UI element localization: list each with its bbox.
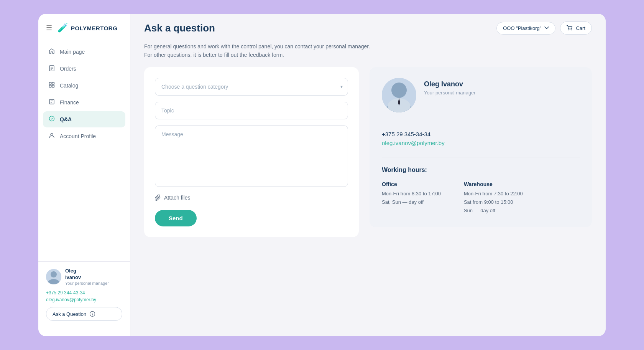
right-panel: Oleg Ivanov Your personal manager +375 2… xyxy=(370,67,592,237)
cart-button[interactable]: Cart xyxy=(560,21,592,35)
description-text: For general questions and work with the … xyxy=(130,42,391,67)
app-wrapper: ☰ 🧪 POLYMERTORG Main page xyxy=(38,14,606,336)
sidebar-logo: ☰ 🧪 POLYMERTORG xyxy=(38,23,130,44)
ask-question-button[interactable]: Ask a Question ? xyxy=(46,307,122,321)
orders-icon xyxy=(48,65,55,73)
svg-rect-4 xyxy=(49,83,52,85)
catalog-icon xyxy=(48,82,55,89)
office-hours: Office Mon-Fri from 8:30 to 17:00 Sat, S… xyxy=(382,181,441,215)
message-textarea[interactable] xyxy=(155,125,348,187)
svg-point-22 xyxy=(391,83,407,98)
attach-files-label: Attach files xyxy=(164,195,190,201)
office-line2: Sat, Sun — day off xyxy=(382,199,424,205)
page-header: Ask a question OOO "Plastikorg" xyxy=(130,14,606,42)
manager-info-main: Oleg Ivanov Your personal manager xyxy=(424,78,476,96)
company-label: OOO "Plastikorg" xyxy=(503,25,541,31)
question-circle-icon: ? xyxy=(89,311,95,317)
paperclip-icon xyxy=(155,195,161,201)
topic-input[interactable] xyxy=(155,102,348,119)
working-hours-title: Working hours: xyxy=(382,167,580,173)
svg-text:?: ? xyxy=(92,313,94,316)
sidebar: ☰ 🧪 POLYMERTORG Main page xyxy=(38,14,130,336)
warehouse-line2: Sat from 9:00 to 15:00 xyxy=(464,199,513,205)
cart-icon xyxy=(567,25,573,31)
sidebar-item-qa[interactable]: ? Q&A xyxy=(43,111,125,127)
account-icon xyxy=(48,132,55,140)
svg-text:?: ? xyxy=(51,117,53,121)
working-hours-section: Working hours: Office Mon-Fri from 8:30 … xyxy=(370,157,592,227)
svg-point-13 xyxy=(51,134,53,136)
office-label: Office xyxy=(382,181,441,187)
logo-icon: 🧪 xyxy=(58,23,68,33)
svg-rect-5 xyxy=(52,83,54,85)
svg-rect-8 xyxy=(49,99,54,104)
ask-question-label: Ask a Question xyxy=(53,311,86,317)
hamburger-icon[interactable]: ☰ xyxy=(46,24,52,32)
sidebar-item-label: Main page xyxy=(60,49,85,55)
sidebar-item-finance[interactable]: Finance xyxy=(43,94,125,111)
attach-files-button[interactable]: Attach files xyxy=(155,195,190,201)
category-select-wrapper: Choose a question category ▾ xyxy=(155,78,348,96)
header-actions: OOO "Plastikorg" Cart xyxy=(496,21,592,35)
svg-point-19 xyxy=(568,30,569,30)
manager-info-sidebar: OlegIvanov Your personal manager xyxy=(65,268,109,286)
manager-role: Your personal manager xyxy=(65,281,109,286)
manager-email-sidebar: oleg.ivanov@polymer.by xyxy=(46,297,122,302)
warehouse-hours-text: Mon-Fri from 7:30 to 22:00 Sat from 9:00… xyxy=(464,190,523,215)
home-icon xyxy=(48,48,55,56)
manager-name: OlegIvanov xyxy=(65,268,109,281)
manager-phone: +375 29 345-34-34 xyxy=(382,131,580,137)
manager-avatar-small xyxy=(46,269,61,284)
warehouse-line3: Sun — day off xyxy=(464,208,495,213)
chevron-down-icon xyxy=(544,26,549,30)
office-hours-text: Mon-Fri from 8:30 to 17:00 Sat, Sun — da… xyxy=(382,190,441,206)
sidebar-nav: Main page Orders xyxy=(38,44,130,261)
office-line1: Mon-Fri from 8:30 to 17:00 xyxy=(382,191,441,196)
form-card: Choose a question category ▾ Attach file… xyxy=(144,67,359,237)
sidebar-item-main-page[interactable]: Main page xyxy=(43,44,125,60)
content-body: Choose a question category ▾ Attach file… xyxy=(130,67,606,251)
company-dropdown[interactable]: OOO "Plastikorg" xyxy=(496,22,555,35)
send-button[interactable]: Send xyxy=(155,210,197,226)
warehouse-label: Warehouse xyxy=(464,181,523,187)
qa-icon: ? xyxy=(48,116,55,123)
sidebar-item-account-profile[interactable]: Account Profile xyxy=(43,128,125,144)
manager-name-main: Oleg Ivanov xyxy=(424,80,476,88)
finance-icon xyxy=(48,99,55,106)
hours-grid: Office Mon-Fri from 8:30 to 17:00 Sat, S… xyxy=(382,181,580,215)
warehouse-line1: Mon-Fri from 7:30 to 22:00 xyxy=(464,191,523,196)
sidebar-item-label: Q&A xyxy=(60,116,72,122)
sidebar-item-label: Account Profile xyxy=(60,133,96,139)
manager-phone-sidebar: +375 29 344-43-34 xyxy=(46,290,122,296)
manager-avatar xyxy=(382,78,416,112)
page-title: Ask a question xyxy=(144,22,215,34)
manager-email: oleg.ivanov@polymer.by xyxy=(382,140,580,146)
sidebar-item-orders[interactable]: Orders xyxy=(43,61,125,77)
manager-card-sidebar: OlegIvanov Your personal manager xyxy=(46,268,122,286)
sidebar-item-catalog[interactable]: Catalog xyxy=(43,78,125,94)
svg-point-20 xyxy=(571,30,572,30)
logo-text: POLYMERTORG xyxy=(71,25,117,31)
svg-rect-7 xyxy=(52,85,54,88)
svg-point-15 xyxy=(51,271,57,277)
category-select[interactable]: Choose a question category xyxy=(155,78,348,96)
sidebar-item-label: Catalog xyxy=(60,83,78,89)
cart-label: Cart xyxy=(576,25,585,31)
sidebar-item-label: Finance xyxy=(60,99,79,106)
sidebar-bottom: OlegIvanov Your personal manager +375 29… xyxy=(38,261,130,327)
warehouse-hours: Warehouse Mon-Fri from 7:30 to 22:00 Sat… xyxy=(464,181,523,215)
manager-role-main: Your personal manager xyxy=(424,90,476,96)
send-label: Send xyxy=(169,215,183,221)
manager-contacts: +375 29 345-34-34 oleg.ivanov@polymer.by xyxy=(370,123,592,157)
inner-container: ☰ 🧪 POLYMERTORG Main page xyxy=(38,14,606,336)
manager-card-main: Oleg Ivanov Your personal manager xyxy=(370,67,592,123)
svg-rect-6 xyxy=(49,85,52,88)
sidebar-item-label: Orders xyxy=(60,66,76,72)
main-content: Ask a question OOO "Plastikorg" xyxy=(130,14,606,336)
